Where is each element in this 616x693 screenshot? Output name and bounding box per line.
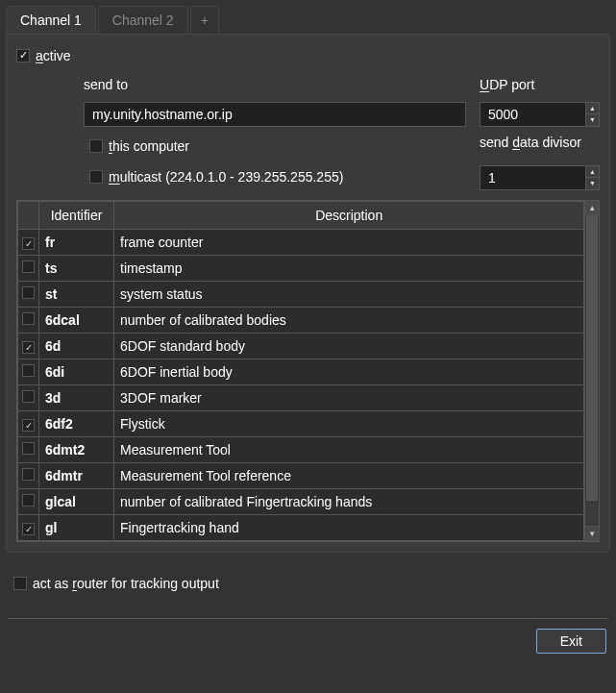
row-description: Flystick bbox=[114, 410, 584, 436]
scroll-down-icon[interactable]: ▼ bbox=[585, 526, 599, 541]
row-checkbox[interactable] bbox=[18, 255, 39, 281]
table-row[interactable]: 6dmt2Measurement Tool bbox=[18, 436, 584, 462]
table-row[interactable]: 6di6DOF inertial body bbox=[18, 359, 584, 384]
row-description: timestamp bbox=[114, 255, 584, 281]
row-checkbox[interactable] bbox=[18, 488, 39, 514]
tab-channel-1[interactable]: Channel 1 bbox=[6, 6, 96, 34]
udp-port-input[interactable] bbox=[480, 102, 600, 127]
row-description: Fingertracking hand bbox=[114, 514, 584, 540]
row-checkbox[interactable] bbox=[18, 359, 39, 384]
row-description: number of calibrated bodies bbox=[114, 307, 584, 333]
router-label: act as router for tracking output bbox=[33, 576, 219, 591]
table-row[interactable]: 6df2Flystick bbox=[18, 410, 584, 436]
row-identifier: 6df2 bbox=[39, 410, 114, 436]
row-description: 6DOF standard body bbox=[114, 333, 584, 359]
row-identifier: fr bbox=[39, 229, 114, 255]
th-identifier: Identifier bbox=[39, 201, 114, 229]
row-identifier: gl bbox=[39, 514, 114, 540]
exit-button[interactable]: Exit bbox=[536, 629, 606, 654]
table-row[interactable]: glFingertracking hand bbox=[18, 514, 584, 540]
this-computer-checkbox[interactable]: this computer bbox=[84, 135, 466, 158]
active-checkbox-box[interactable] bbox=[16, 49, 30, 62]
identifier-table: Identifier Description frframe counterts… bbox=[16, 200, 600, 542]
row-identifier: 6dmt2 bbox=[39, 436, 114, 462]
scroll-thumb[interactable] bbox=[586, 216, 598, 501]
row-description: Measurement Tool reference bbox=[114, 462, 584, 488]
router-box[interactable] bbox=[13, 577, 27, 590]
th-check bbox=[18, 201, 39, 229]
send-to-input[interactable] bbox=[84, 102, 466, 127]
row-checkbox[interactable] bbox=[18, 333, 39, 359]
tab-bar: Channel 1 Channel 2 + bbox=[0, 0, 616, 34]
table-scrollbar[interactable]: ▲ ▼ bbox=[584, 201, 599, 541]
this-computer-box[interactable] bbox=[89, 139, 103, 153]
row-identifier: glcal bbox=[39, 488, 114, 514]
udp-port-down[interactable]: ▼ bbox=[585, 114, 599, 126]
row-checkbox[interactable] bbox=[18, 281, 39, 307]
scroll-up-icon[interactable]: ▲ bbox=[585, 201, 599, 216]
row-identifier: 6dcal bbox=[39, 307, 114, 333]
row-checkbox[interactable] bbox=[18, 410, 39, 436]
row-checkbox[interactable] bbox=[18, 384, 39, 410]
row-checkbox[interactable] bbox=[18, 514, 39, 540]
row-description: Measurement Tool bbox=[114, 436, 584, 462]
active-label: active bbox=[36, 48, 71, 63]
tab-add[interactable]: + bbox=[190, 6, 219, 34]
router-checkbox[interactable]: act as router for tracking output bbox=[13, 576, 219, 591]
channel-panel: active send to UDP port ▲ ▼ this compute… bbox=[6, 34, 610, 553]
table-row[interactable]: 6dmtrMeasurement Tool reference bbox=[18, 462, 584, 488]
data-divisor-input[interactable] bbox=[480, 165, 600, 190]
row-checkbox[interactable] bbox=[18, 229, 39, 255]
multicast-box[interactable] bbox=[89, 170, 103, 184]
send-to-label: send to bbox=[84, 77, 466, 94]
row-checkbox[interactable] bbox=[18, 462, 39, 488]
multicast-label: multicast (224.0.1.0 - 239.255.255.255) bbox=[109, 169, 343, 185]
udp-port-up[interactable]: ▲ bbox=[585, 103, 599, 115]
data-divisor-label: send data divisor bbox=[480, 135, 600, 158]
row-description: system status bbox=[114, 281, 584, 307]
table-row[interactable]: tstimestamp bbox=[18, 255, 584, 281]
table-row[interactable]: glcalnumber of calibrated Fingertracking… bbox=[18, 488, 584, 514]
tab-channel-2[interactable]: Channel 2 bbox=[98, 6, 188, 34]
table-row[interactable]: stsystem status bbox=[18, 281, 584, 307]
multicast-checkbox[interactable]: multicast (224.0.1.0 - 239.255.255.255) bbox=[84, 165, 466, 188]
th-description: Description bbox=[114, 201, 584, 229]
data-divisor-down[interactable]: ▼ bbox=[585, 178, 599, 189]
this-computer-label: this computer bbox=[109, 138, 189, 154]
data-divisor-up[interactable]: ▲ bbox=[585, 166, 599, 179]
row-checkbox[interactable] bbox=[18, 436, 39, 462]
active-checkbox[interactable]: active bbox=[16, 48, 71, 63]
row-identifier: ts bbox=[39, 255, 114, 281]
row-identifier: 6d bbox=[39, 333, 114, 359]
row-checkbox[interactable] bbox=[18, 307, 39, 333]
row-description: frame counter bbox=[114, 229, 584, 255]
udp-port-label: UDP port bbox=[480, 77, 600, 94]
row-identifier: st bbox=[39, 281, 114, 307]
row-identifier: 3d bbox=[39, 384, 114, 410]
scroll-track[interactable] bbox=[585, 216, 599, 526]
row-description: 6DOF inertial body bbox=[114, 359, 584, 384]
table-row[interactable]: 6dcalnumber of calibrated bodies bbox=[18, 307, 584, 333]
table-row[interactable]: frframe counter bbox=[18, 229, 584, 255]
table-row[interactable]: 6d6DOF standard body bbox=[18, 333, 584, 359]
row-identifier: 6di bbox=[39, 359, 114, 384]
row-description: number of calibrated Fingertracking hand… bbox=[114, 488, 584, 514]
row-description: 3DOF marker bbox=[114, 384, 584, 410]
table-row[interactable]: 3d3DOF marker bbox=[18, 384, 584, 410]
row-identifier: 6dmtr bbox=[39, 462, 114, 488]
